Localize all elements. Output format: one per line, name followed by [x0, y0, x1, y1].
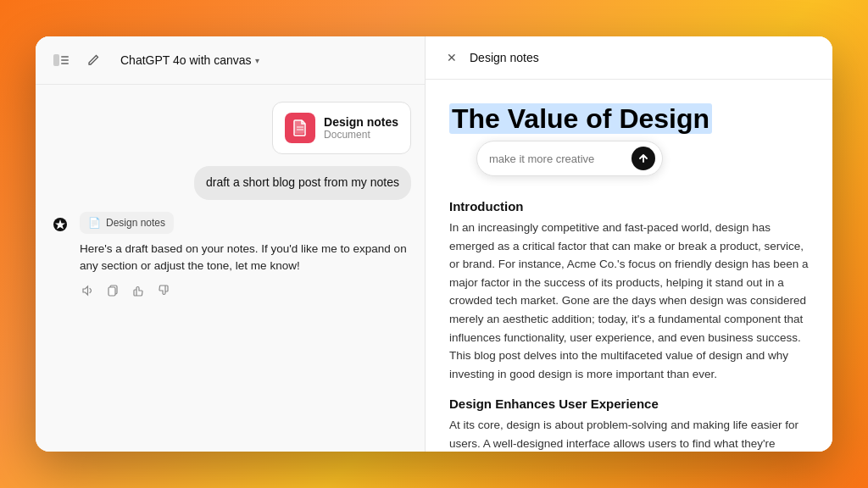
ai-avatar-icon [49, 214, 71, 236]
section1-heading: Design Enhances User Experience [449, 396, 809, 411]
intro-text: In an increasingly competitive and fast-… [449, 219, 809, 383]
svg-rect-3 [61, 63, 69, 64]
close-panel-button[interactable]: ✕ [442, 48, 461, 67]
thumbs-up-button[interactable] [131, 283, 146, 298]
audio-button[interactable] [80, 283, 95, 298]
document-attachment: Design notes Document [272, 102, 411, 154]
ai-response-text: Here's a draft based on your notes. If y… [80, 241, 411, 275]
chevron-down-icon: ▾ [255, 56, 259, 65]
ai-doc-reference: 📄 Design notes [80, 212, 174, 234]
svg-rect-0 [53, 54, 59, 66]
intro-heading: Introduction [449, 199, 809, 214]
ai-content: 📄 Design notes Here's a draft based on y… [80, 212, 411, 299]
doc-icon [285, 113, 315, 143]
user-message-bubble: draft a short blog post from my notes [194, 166, 411, 200]
ai-action-buttons [80, 283, 411, 298]
doc-ref-label: Design notes [106, 217, 165, 229]
section1-text: At its core, design is about problem-sol… [449, 416, 809, 452]
inline-edit-input[interactable] [489, 152, 625, 165]
thumbs-down-button[interactable] [156, 283, 171, 298]
svg-rect-9 [108, 287, 115, 296]
document-content: The Value of Design Introduction In an i… [426, 80, 832, 452]
left-panel: ChatGPT 4o with canvas ▾ Desig [36, 36, 426, 452]
sidebar-toggle-button[interactable] [49, 48, 73, 72]
chat-area: Design notes Document draft a short blog… [36, 85, 425, 452]
svg-rect-2 [61, 59, 69, 61]
user-message-text: draft a short blog post from my notes [206, 175, 399, 189]
app-window: ChatGPT 4o with canvas ▾ Desig [36, 36, 832, 452]
svg-rect-1 [61, 56, 69, 58]
panel-title: Design notes [470, 51, 539, 64]
right-header: ✕ Design notes [426, 36, 832, 80]
model-name-label: ChatGPT 4o with canvas [120, 53, 252, 67]
model-selector[interactable]: ChatGPT 4o with canvas ▾ [114, 50, 266, 70]
document-main-title: The Value of Design [449, 103, 809, 135]
doc-info: Design notes Document [324, 115, 398, 141]
doc-ref-icon: 📄 [88, 217, 101, 229]
copy-button[interactable] [105, 283, 120, 298]
ai-response: 📄 Design notes Here's a draft based on y… [49, 212, 411, 299]
edit-button[interactable] [81, 48, 105, 72]
right-panel: ✕ Design notes The Value of Design Intro… [426, 36, 832, 452]
inline-send-button[interactable] [632, 147, 655, 170]
doc-attachment-title: Design notes [324, 115, 398, 129]
doc-attachment-type: Document [324, 129, 398, 141]
left-header: ChatGPT 4o with canvas ▾ [36, 36, 425, 85]
inline-edit-popup [476, 141, 663, 176]
